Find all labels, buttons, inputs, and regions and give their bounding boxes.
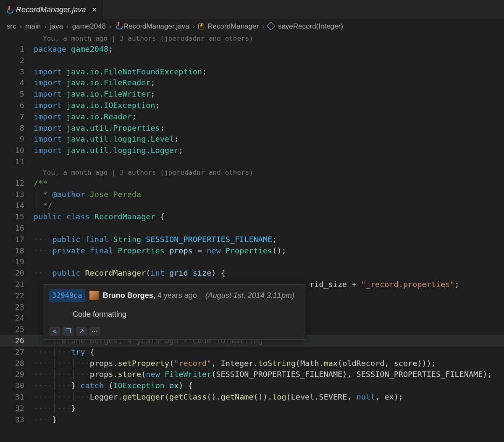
code-line-30: 30····│···} catch (IOException ex) { [0, 380, 504, 392]
codelens-class[interactable]: You, a month ago | 3 authors (jperedadnr… [0, 168, 504, 178]
prev-change-icon[interactable]: « [49, 327, 60, 336]
tab-label: RecordManager.java [16, 5, 86, 14]
method-icon [268, 22, 276, 31]
code-line-20: 20····public RecordManager(int grid_size… [0, 268, 504, 279]
code-line-2: 2 [0, 55, 504, 66]
commit-message: Code formatting [49, 302, 299, 327]
breadcrumb: src› main› java› game2048› RecordManager… [0, 19, 504, 34]
code-line-32: 32····│···} [0, 403, 504, 414]
crumb-file[interactable]: RecordManager.java [123, 22, 189, 31]
editor-tab[interactable]: RecordManager.java ✕ [0, 0, 103, 19]
code-line-10: 10import java.util.logging.Logger; [0, 145, 504, 156]
java-icon [6, 6, 13, 13]
code-line-4: 4import java.io.FileReader; [0, 77, 504, 89]
code-line-1: 1package game2048; [0, 44, 504, 55]
code-line-29: 29····│···│···props.store(new FileWriter… [0, 369, 504, 380]
commit-author: Bruno Borges [103, 291, 153, 300]
crumb-src[interactable]: src [7, 22, 16, 31]
tab-bar: RecordManager.java ✕ [0, 0, 504, 19]
code-line-27: 27····│···try { [0, 347, 504, 358]
code-line-19: 19 [0, 256, 504, 268]
commit-sha[interactable]: 32949ca [49, 289, 85, 302]
code-line-9: 9import java.util.logging.Level; [0, 134, 504, 145]
code-line-31: 31····│···│···Logger.getLogger(getClass(… [0, 392, 504, 403]
crumb-pkg[interactable]: game2048 [72, 22, 106, 31]
code-line-14: 14│ */ [0, 200, 504, 211]
commit-date: (August 1st, 2014 3:11pm) [205, 290, 294, 301]
codelens-top[interactable]: You, a month ago | 3 authors (jperedadnr… [0, 34, 504, 44]
crumb-class[interactable]: RecordManager [207, 22, 259, 31]
crumb-method[interactable]: saveRecord(Integer) [278, 22, 343, 31]
code-line-15: 15public class RecordManager { [0, 211, 504, 223]
git-blame-hover: 32949ca Bruno Borges, 4 years ago (Augus… [43, 284, 305, 340]
code-line-18: 18····private final Properties props = n… [0, 245, 504, 257]
code-line-28: 28····│···│···props.setProperty("record"… [0, 358, 504, 369]
more-icon[interactable]: ⋯ [89, 327, 100, 336]
code-line-17: 17····public final String SESSION_PROPER… [0, 234, 504, 245]
code-line-11: 11 [0, 156, 504, 168]
copy-icon[interactable]: ❐ [63, 327, 74, 336]
open-external-icon[interactable]: ↗ [76, 327, 87, 336]
avatar [89, 291, 99, 300]
crumb-main[interactable]: main [25, 22, 41, 31]
crumb-java[interactable]: java [50, 22, 63, 31]
close-icon[interactable]: ✕ [92, 6, 97, 14]
commit-ago: 4 years ago [158, 291, 197, 300]
class-icon [198, 22, 206, 31]
code-line-13: 13│ * @author Jose Pereda [0, 189, 504, 200]
java-icon [115, 22, 122, 32]
code-line-33: 33····} [0, 414, 504, 426]
code-line-16: 16 [0, 223, 504, 234]
code-line-12: 12/** [0, 178, 504, 189]
code-line-7: 7import java.io.Reader; [0, 111, 504, 123]
code-line-5: 5import java.io.FileWriter; [0, 89, 504, 100]
code-line-6: 6import java.io.IOException; [0, 100, 504, 111]
code-editor[interactable]: You, a month ago | 3 authors (jperedadnr… [0, 34, 504, 425]
code-line-3: 3import java.io.FileNotFoundException; [0, 66, 504, 78]
code-line-8: 8import java.util.Properties; [0, 123, 504, 134]
